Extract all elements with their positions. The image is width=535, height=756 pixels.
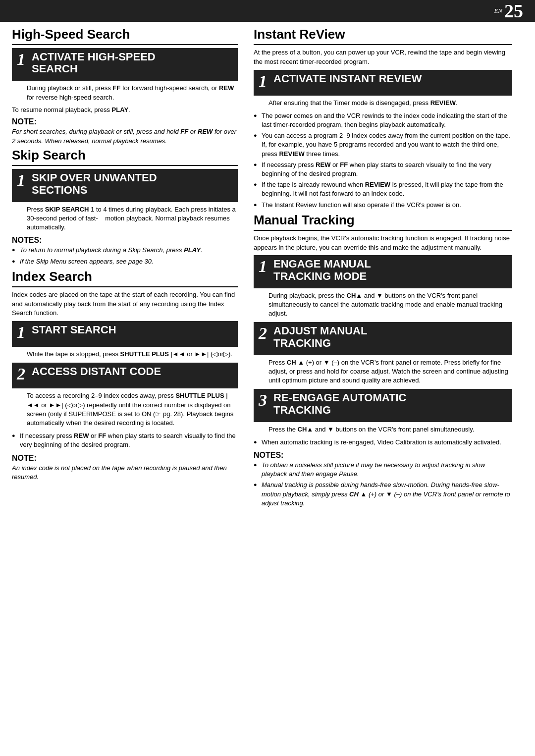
high-speed-note-title: NOTE: [12, 117, 238, 126]
index-search-section: Index Search Index codes are placed on t… [12, 269, 238, 483]
instant-review-step1-block: 1 ACTIVATE INSTANT REVIEW After ensuring… [254, 70, 512, 108]
index-section-divider [12, 286, 238, 287]
manual-tracking-step3-content: RE-ENGAGE AUTOMATICTRACKING [273, 392, 507, 416]
skip-step1-box-title: SKIP OVER UNWANTEDSECTIONS [32, 172, 233, 196]
index-step2-box-title: ACCESS DISTANT CODE [32, 366, 233, 378]
high-speed-step1-block: 1 ACTIVATE HIGH-SPEEDSEARCH During playb… [12, 48, 238, 102]
manual-tracking-step2-desc: Press CH ▲ (+) or ▼ (–) on the VCR's fro… [254, 358, 512, 385]
manual-tracking-notes-bullet-2: Manual tracking is possible during hands… [254, 481, 512, 508]
section-divider [12, 44, 238, 45]
manual-tracking-step-number-3: 3 [259, 392, 273, 409]
manual-tracking-step3-block: 3 RE-ENGAGE AUTOMATICTRACKING Press the … [254, 389, 512, 434]
instant-review-section: Instant ReView At the press of a button,… [254, 27, 512, 210]
index-step1-desc: While the tape is stopped, press SHUTTLE… [12, 350, 238, 359]
manual-tracking-section: Manual Tracking Once playback begins, th… [254, 213, 512, 508]
manual-tracking-step1-desc: During playback, press the CH▲ and ▼ but… [254, 291, 512, 319]
manual-tracking-step3-box-title: RE-ENGAGE AUTOMATICTRACKING [273, 392, 507, 416]
high-speed-step1-box: 1 ACTIVATE HIGH-SPEEDSEARCH [12, 48, 238, 81]
skip-bullet-2: If the Skip Menu screen appears, see pag… [12, 257, 238, 266]
skip-step-number-1: 1 [17, 172, 32, 189]
instant-review-step1-content: ACTIVATE INSTANT REVIEW [273, 73, 507, 85]
index-step2-desc: To access a recording 2–9 index codes aw… [12, 391, 238, 428]
instant-review-bullets: The power comes on and the VCR rewinds t… [254, 111, 512, 210]
manual-tracking-step2-content: ADJUST MANUALTRACKING [273, 325, 507, 349]
high-speed-search-section: High-Speed Search 1 ACTIVATE HIGH-SPEEDS… [12, 27, 238, 146]
instant-review-bullet-1: The power comes on and the VCR rewinds t… [254, 111, 512, 129]
manual-tracking-step1-box: 1 ENGAGE MANUALTRACKING MODE [254, 255, 512, 288]
index-step2-desc-row: To access a recording 2–9 index codes aw… [12, 391, 238, 428]
manual-tracking-step1-block: 1 ENGAGE MANUALTRACKING MODE During play… [254, 255, 512, 318]
high-speed-step1-desc: During playback or still, press FF for f… [12, 84, 238, 102]
skip-search-section: Skip Search 1 SKIP OVER UNWANTEDSECTIONS… [12, 148, 238, 266]
index-bullet-1: If necessary press REW or FF when play s… [12, 432, 238, 449]
index-step2-content: ACCESS DISTANT CODE [32, 366, 233, 378]
index-search-intro: Index codes are placed on the tape at th… [12, 290, 238, 319]
high-speed-step1-desc-row: During playback or still, press FF for f… [12, 84, 238, 102]
manual-tracking-step-number-2: 2 [259, 325, 273, 342]
instant-review-step-number-1: 1 [259, 73, 273, 90]
instant-review-bullet-4: If the tape is already rewound when REVI… [254, 180, 512, 198]
right-column: Instant ReView At the press of a button,… [250, 27, 512, 511]
manual-tracking-intro: Once playback begins, the VCR's automati… [254, 234, 512, 253]
index-step2-box: 2 ACCESS DISTANT CODE [12, 363, 238, 388]
high-speed-step1-content: ACTIVATE HIGH-SPEEDSEARCH [32, 51, 233, 75]
instant-review-bullet-2: You can access a program 2–9 index codes… [254, 131, 512, 159]
instant-review-title: Instant ReView [254, 27, 512, 42]
index-step-number-2: 2 [17, 366, 32, 382]
skip-search-title: Skip Search [12, 148, 238, 163]
manual-tracking-step1-box-title: ENGAGE MANUALTRACKING MODE [273, 258, 507, 282]
skip-notes-list: To return to normal playback during a Sk… [12, 246, 238, 266]
manual-tracking-step3-box: 3 RE-ENGAGE AUTOMATICTRACKING [254, 389, 512, 422]
index-step2-row: 2 ACCESS DISTANT CODE [17, 366, 233, 382]
manual-tracking-title: Manual Tracking [254, 213, 512, 228]
skip-step1-content: SKIP OVER UNWANTEDSECTIONS [32, 172, 233, 196]
instant-review-step1-row: 1 ACTIVATE INSTANT REVIEW [259, 73, 507, 90]
skip-bullet-1: To return to normal playback during a Sk… [12, 246, 238, 255]
instant-review-step1-box-title: ACTIVATE INSTANT REVIEW [273, 73, 507, 85]
manual-tracking-step2-box: 2 ADJUST MANUALTRACKING [254, 322, 512, 355]
manual-tracking-notes-title: NOTES: [254, 451, 512, 460]
skip-section-divider [12, 165, 238, 166]
index-step1-content: START SEARCH [32, 324, 233, 336]
manual-tracking-step3-row: 3 RE-ENGAGE AUTOMATICTRACKING [259, 392, 507, 416]
skip-step1-row: 1 SKIP OVER UNWANTEDSECTIONS [17, 172, 233, 196]
skip-notes-title: NOTES: [12, 236, 238, 245]
index-note-title: NOTE: [12, 454, 238, 463]
main-content: High-Speed Search 1 ACTIVATE HIGH-SPEEDS… [0, 27, 535, 511]
high-speed-search-title: High-Speed Search [12, 27, 238, 42]
instant-review-step1-desc-row: After ensuring that the Timer mode is di… [254, 99, 512, 108]
skip-step1-desc-row: Press SKIP SEARCH 1 to 4 times during pl… [12, 205, 238, 232]
manual-tracking-divider [254, 230, 512, 231]
manual-tracking-step2-row: 2 ADJUST MANUALTRACKING [259, 325, 507, 349]
index-step1-row: 1 START SEARCH [17, 324, 233, 341]
index-step-number-1: 1 [17, 324, 32, 341]
en-label: EN [494, 7, 502, 15]
manual-tracking-step2-desc-row: Press CH ▲ (+) or ▼ (–) on the VCR's fro… [254, 358, 512, 385]
high-speed-note-text: For short searches, during playback or s… [12, 127, 238, 146]
page-header: EN 25 [0, 0, 535, 22]
instant-review-bullet-3: If necessary press REW or FF when play s… [254, 161, 512, 178]
manual-tracking-notes-bullet-1: To obtain a noiseless still picture it m… [254, 461, 512, 479]
high-speed-step1-box-title: ACTIVATE HIGH-SPEEDSEARCH [32, 51, 233, 75]
index-step1-box-title: START SEARCH [32, 324, 233, 336]
instant-review-step1-box: 1 ACTIVATE INSTANT REVIEW [254, 70, 512, 96]
instant-review-divider [254, 44, 512, 45]
index-search-title: Index Search [12, 269, 238, 284]
manual-tracking-step1-desc-row: During playback, press the CH▲ and ▼ but… [254, 291, 512, 319]
manual-tracking-step3-desc: Press the CH▲ and ▼ buttons on the VCR's… [254, 425, 512, 434]
index-step2-block: 2 ACCESS DISTANT CODE To access a record… [12, 363, 238, 428]
step-number-1: 1 [17, 51, 32, 68]
manual-tracking-step2-box-title: ADJUST MANUALTRACKING [273, 325, 507, 349]
high-speed-step1-row: 1 ACTIVATE HIGH-SPEEDSEARCH [17, 51, 233, 75]
instant-review-step1-desc: After ensuring that the Timer mode is di… [254, 99, 512, 108]
skip-step1-box: 1 SKIP OVER UNWANTEDSECTIONS [12, 169, 238, 202]
manual-tracking-notes-list: To obtain a noiseless still picture it m… [254, 461, 512, 508]
manual-tracking-step3-desc-row: Press the CH▲ and ▼ buttons on the VCR's… [254, 425, 512, 434]
high-speed-resume-text: To resume normal playback, press PLAY. [12, 106, 238, 113]
index-bullet-list: If necessary press REW or FF when play s… [12, 432, 238, 449]
manual-tracking-step1-row: 1 ENGAGE MANUALTRACKING MODE [259, 258, 507, 282]
index-note-text: An index code is not placed on the tape … [12, 464, 238, 483]
instant-review-intro: At the press of a button, you can power … [254, 48, 512, 67]
manual-tracking-step-number-1: 1 [259, 258, 273, 275]
left-column: High-Speed Search 1 ACTIVATE HIGH-SPEEDS… [12, 27, 250, 511]
